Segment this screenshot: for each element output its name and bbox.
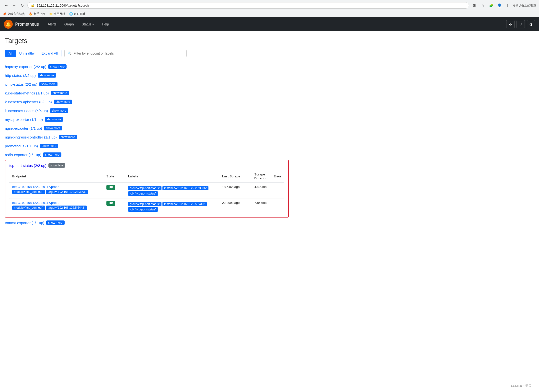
last-scrape-value-1: 18.546s ago [222, 185, 240, 189]
bookmarks-bar: 🦊 火狐官方站点 🔥 新手上路 📁 常用网址 🌐 京东商城 [0, 11, 539, 17]
mysql-exporter-show-more-btn[interactable]: show more [45, 117, 63, 122]
target-group-mysql-exporter: mysql-exporter (1/1 up) show more [5, 116, 289, 123]
menu-button[interactable]: ⋮ [504, 2, 511, 9]
col-header-last-scrape: Last Scrape [219, 171, 252, 182]
target-group-nginx-ingress-controller-link[interactable]: nginx-ingress-controller (1/1 up) [5, 135, 57, 139]
target-group-kubernetes-nodes: kubernetes-nodes (6/6 up) show more [5, 107, 289, 114]
bookmark-jd[interactable]: 🌐 京东商城 [69, 12, 85, 16]
target-group-kubernetes-nodes-link[interactable]: kubernetes-nodes (6/6 up) [5, 109, 48, 113]
error-cell-1 [271, 182, 284, 198]
filter-all-button[interactable]: All [5, 50, 16, 57]
target-group-haproxy-link[interactable]: haproxy-exporter (2/2 up) [5, 65, 46, 69]
target-group-redis-exporter: redis-exporter (1/1 up) show more [5, 151, 289, 158]
target-table: Endpoint State Labels Last Scrape Scrape… [9, 171, 284, 214]
filter-unhealthy-button[interactable]: Unhealthy [16, 50, 38, 57]
target-group-kube-state-metrics-link[interactable]: kube-state-metrics (1/1 up) [5, 91, 49, 95]
browser-actions: ⊞ ☆ 🧩 👤 ⋮ 移动设备上的书签 [471, 2, 536, 9]
navbar: 🔔 Prometheus Alerts Graph Status ▾ Help … [0, 17, 539, 31]
target-group-http-status-link[interactable]: http-status (2/2 up) [5, 73, 36, 78]
mobile-label: 移动设备上的书签 [513, 3, 536, 8]
target-group-kubenetes-apiserver: kubenetes-apiserver (3/3 up) show more [5, 98, 289, 105]
endpoint-link-1[interactable]: http://192.168.122.22:9115/probe [12, 185, 101, 189]
qr-code-button[interactable]: ⊞ [471, 2, 478, 9]
nginx-exporter-show-more-btn[interactable]: show more [44, 126, 62, 130]
label-tag-group-2: group="tcp-port-status" [128, 202, 161, 206]
page-title: Targets [5, 37, 289, 45]
nav-links: Alerts Graph Status ▾ Help [45, 20, 112, 28]
kubenetes-apiserver-show-more-btn[interactable]: show more [54, 100, 72, 104]
icmp-status-show-more-btn[interactable]: show more [39, 82, 58, 86]
target-group-kube-state-metrics: kube-state-metrics (1/1 up) show more [5, 89, 289, 97]
target-group-icmp-status-link[interactable]: icmp-status (2/2 up) [5, 82, 37, 86]
expanded-group-header: tcp-port-status (2/2 up) show less [9, 163, 284, 168]
kube-state-metrics-show-more-btn[interactable]: show more [51, 91, 69, 95]
dark-mode-btn[interactable]: ☽ [516, 20, 525, 28]
prometheus-show-more-btn[interactable]: show more [40, 144, 58, 148]
target-group-mysql-exporter-link[interactable]: mysql-exporter (1/1 up) [5, 117, 43, 122]
extensions-button[interactable]: 🧩 [488, 2, 494, 9]
http-status-show-more-btn[interactable]: show more [38, 73, 56, 78]
target-group-redis-exporter-link[interactable]: redis-exporter (1/1 up) [5, 153, 41, 157]
bookmark-common[interactable]: 📁 常用网址 [49, 12, 65, 16]
bookmark-firefoxofficial[interactable]: 🦊 火狐官方站点 [3, 12, 25, 16]
endpoint-cell-2: http://192.168.122.22:9115/probe module=… [9, 198, 103, 214]
bookmark-newbie[interactable]: 🔥 新手上路 [29, 12, 45, 16]
nginx-ingress-controller-show-more-btn[interactable]: show more [59, 135, 77, 139]
haproxy-show-more-btn[interactable]: show more [48, 64, 67, 69]
expanded-group-link[interactable]: tcp-port-status (2/2 up) [9, 163, 46, 168]
table-body: http://192.168.122.22:9115/probe module=… [9, 182, 284, 214]
last-scrape-cell-2: 22.899s ago [219, 198, 252, 214]
theme-btn[interactable]: ◑ [527, 20, 535, 28]
star-button[interactable]: ☆ [479, 2, 486, 9]
graph-link[interactable]: Graph [61, 20, 77, 28]
last-scrape-value-2: 22.899s ago [222, 201, 240, 205]
state-badge-1: UP [106, 185, 115, 190]
refresh-button[interactable]: ↻ [19, 2, 25, 9]
settings-icon-btn[interactable]: ⚙ [506, 20, 515, 28]
labels-cell-2: group="tcp-port-status" instance="192.16… [125, 198, 219, 214]
address-bar[interactable]: 🔒 192.168.122.21:9090/targets?search= [27, 2, 469, 9]
tomcat-exporter-show-more-btn[interactable]: show more [46, 220, 65, 225]
target-group-icmp-status: icmp-status (2/2 up) show more [5, 81, 289, 88]
target-group-nginx-exporter-link[interactable]: nginx-exporter (1/1 up) [5, 126, 42, 130]
navbar-brand: 🔔 Prometheus [4, 20, 39, 29]
forward-button[interactable]: → [11, 2, 18, 9]
state-cell-2: UP [103, 198, 125, 214]
endpoint-tag-module-2: module="tcp_connect" [12, 206, 45, 210]
profile-button[interactable]: 👤 [496, 2, 503, 9]
target-group-tomcat-exporter-link[interactable]: tomcat-exporter (1/1 up) [5, 221, 44, 225]
target-group-tomcat-exporter: tomcat-exporter (1/1 up) show more [5, 219, 289, 226]
redis-exporter-show-more-btn[interactable]: show more [43, 152, 61, 157]
endpoint-tags-2: module="tcp_connect" target="192.168.122… [12, 206, 101, 210]
brand-name: Prometheus [15, 22, 39, 27]
target-group-haproxy: haproxy-exporter (2/2 up) show more [5, 63, 289, 70]
kubernetes-nodes-show-more-btn[interactable]: show more [50, 108, 68, 113]
search-container: 🔍 [64, 50, 187, 57]
expanded-group-tcp-port-status: tcp-port-status (2/2 up) show less Endpo… [5, 160, 289, 218]
col-header-error: Error [271, 171, 284, 182]
endpoint-tag-target-2: target="192.168.122.5:6443" [46, 206, 87, 210]
alerts-link[interactable]: Alerts [45, 20, 59, 28]
dropdown-arrow-icon: ▾ [92, 22, 94, 26]
col-header-scrape-duration: ScrapeDuration [252, 171, 271, 182]
back-button[interactable]: ← [3, 2, 10, 9]
filter-expand-all-button[interactable]: Expand All [38, 50, 61, 57]
tcp-port-status-show-less-btn[interactable]: show less [48, 163, 65, 168]
brand-icon: 🔔 [4, 20, 13, 29]
target-group-prometheus: prometheus (1/1 up) show more [5, 142, 289, 150]
search-input[interactable] [74, 51, 183, 55]
table-header: Endpoint State Labels Last Scrape Scrape… [9, 171, 284, 182]
nav-buttons: ← → ↻ [3, 2, 25, 9]
error-cell-2 [271, 198, 284, 214]
scrape-duration-cell-1: 4.409ms [252, 182, 271, 198]
col-header-state: State [103, 171, 125, 182]
help-link[interactable]: Help [99, 20, 112, 28]
target-group-prometheus-link[interactable]: prometheus (1/1 up) [5, 144, 38, 148]
status-link[interactable]: Status ▾ [79, 20, 97, 28]
label-tag-job-2: job="tcp-port-status" [128, 207, 158, 212]
label-tag-instance-1: instance="192.168.122.23:3306" [162, 186, 208, 190]
navbar-right: ⚙ ☽ ◑ [506, 20, 535, 28]
target-group-kubenetes-apiserver-link[interactable]: kubenetes-apiserver (3/3 up) [5, 100, 52, 104]
label-tag-instance-2: instance="192.168.122.5:6443" [162, 202, 207, 206]
endpoint-link-2[interactable]: http://192.168.122.22:9115/probe [12, 201, 101, 205]
